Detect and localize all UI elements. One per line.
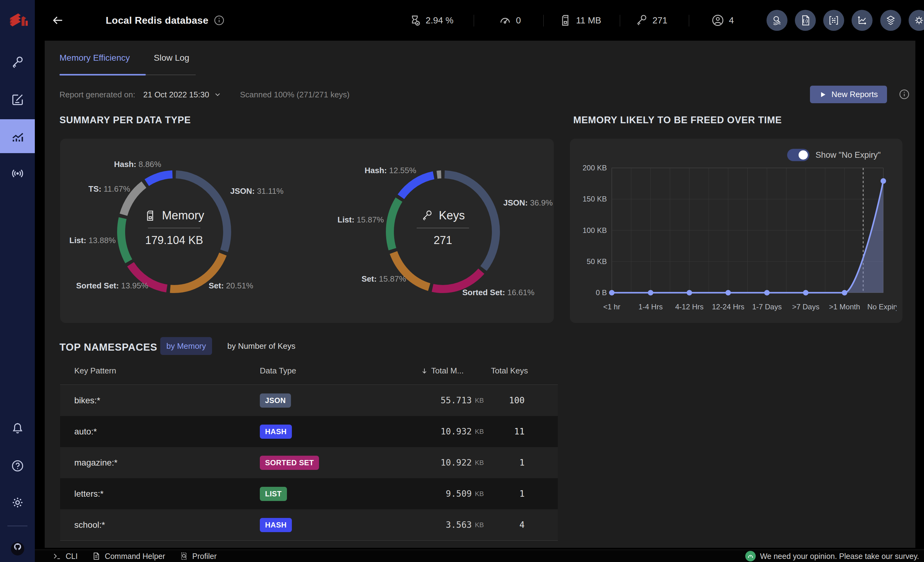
table-row[interactable]: magazine:* SORTED SET 10.922KB 1 [60, 447, 558, 478]
memory-card-icon [144, 210, 156, 222]
sidebar-item-notifications[interactable] [0, 412, 35, 445]
svg-text:<1 hr: <1 hr [603, 303, 620, 311]
total-keys-value: 11 [514, 416, 525, 447]
keys-value: 271 [652, 15, 667, 25]
sidebar-item-workbench[interactable] [0, 83, 35, 116]
new-reports-button[interactable]: New Reports [810, 85, 887, 103]
sidebar-item-browser[interactable] [0, 46, 35, 79]
memory-unit: KB [475, 428, 484, 436]
module-gears-button[interactable] [909, 10, 924, 31]
analytics-chart-icon [10, 129, 25, 143]
column-total-memory[interactable]: Total M... [421, 366, 464, 376]
github-icon [9, 541, 26, 557]
tab-underline-active [60, 74, 146, 75]
column-key-pattern[interactable]: Key Pattern [74, 366, 116, 376]
redisinsight-logo[interactable] [8, 9, 28, 29]
key-pattern: magazine:* [74, 447, 117, 478]
svg-text:12-24 Hrs: 12-24 Hrs [712, 303, 744, 311]
summary-section-title: SUMMARY PER DATA TYPE [60, 115, 191, 126]
sidebar-item-help[interactable] [0, 450, 35, 482]
donut-label-set: Set15.87% [362, 274, 406, 284]
column-total-keys[interactable]: Total Keys [491, 366, 528, 376]
profiler-button[interactable]: Profiler [179, 552, 217, 561]
cpu-value: 2.94 % [426, 15, 453, 25]
back-button[interactable] [51, 13, 64, 27]
tab-memory-efficiency[interactable]: Memory Efficiency [60, 53, 130, 63]
redis-logo-icon [8, 9, 28, 29]
svg-text:150 KB: 150 KB [582, 195, 607, 203]
cli-button[interactable]: CLI [53, 552, 78, 561]
show-no-expiry-toggle[interactable] [787, 149, 809, 161]
divider [148, 228, 200, 228]
survey-link[interactable]: We need your opinion. Please take our su… [745, 551, 919, 561]
command-helper-button[interactable]: Command Helper [92, 552, 165, 561]
report-generated-label: Report generated on: [60, 90, 135, 99]
sort-desc-icon [421, 367, 428, 375]
filter-by-memory[interactable]: by Memory [160, 337, 212, 355]
keys-donut-title: Keys [439, 209, 465, 222]
report-row: Report generated on: 21 Oct 2022 15:30 S… [60, 85, 350, 103]
metric-cpu: 2.94 % [408, 0, 453, 40]
donut-label-json: JSON31.11% [230, 186, 284, 196]
svg-text:>1 Month: >1 Month [829, 303, 860, 311]
scanned-status: Scanned 100% (271/271 keys) [240, 90, 350, 99]
keys-donut-center: Keys 271 [390, 209, 495, 247]
svg-text:1-7 Days: 1-7 Days [752, 303, 782, 311]
module-layers-button[interactable] [880, 10, 901, 31]
reports-info-button[interactable] [898, 88, 910, 101]
namespaces-table-header: Key Pattern Data Type Total M... Total K… [60, 366, 558, 381]
metric-divider [620, 15, 620, 27]
svg-text:1-4 Hrs: 1-4 Hrs [639, 303, 663, 311]
key-icon [635, 14, 648, 27]
svg-text:0 B: 0 B [596, 288, 607, 297]
donut-label-list: List15.87% [338, 215, 384, 225]
memory-value: 11 MB [576, 15, 601, 25]
key-pattern: school:* [74, 509, 105, 540]
total-memory-value: 10.932 [440, 426, 471, 437]
total-keys-value: 100 [509, 385, 525, 416]
memory-card-icon [559, 14, 572, 27]
filter-by-number-of-keys[interactable]: by Number of Keys [224, 337, 298, 355]
toggle-knob [798, 150, 808, 160]
key-pattern: bikes:* [74, 385, 100, 416]
metric-keys: 271 [635, 0, 667, 40]
total-keys-value: 4 [519, 509, 525, 540]
user-icon [711, 13, 724, 27]
memory-freed-line-chart: 0 B50 KB100 KB150 KB200 KB<1 hr1-4 Hrs4-… [570, 165, 897, 321]
total-memory-value: 9.509 [446, 489, 471, 499]
table-row[interactable]: school:* HASH 3.563KB 4 [60, 509, 558, 540]
module-timeseries-button[interactable] [852, 10, 873, 31]
total-keys-value: 1 [519, 478, 525, 509]
sidebar-divider [8, 526, 27, 526]
total-memory-value: 3.563 [446, 520, 471, 530]
tab-slow-log[interactable]: Slow Log [154, 53, 189, 63]
module-json-button[interactable] [795, 10, 816, 31]
memory-donut-value: 179.104 KB [122, 234, 226, 247]
arrow-left-icon [51, 13, 64, 27]
data-type-badge: LIST [260, 487, 287, 501]
table-row[interactable]: letters:* LIST 9.509KB 1 [60, 478, 558, 509]
report-date-dropdown[interactable]: 21 Oct 2022 15:30 [143, 90, 222, 99]
svg-text:No Expiry: No Expiry [867, 303, 897, 311]
donut-label-json: JSON36.9% [503, 198, 553, 208]
memory-unit: KB [475, 521, 484, 529]
sidebar-item-pubsub[interactable] [0, 157, 35, 190]
sidebar-item-analytics[interactable] [0, 119, 35, 153]
sidebar-item-github[interactable] [0, 532, 35, 562]
broadcast-icon [10, 166, 25, 181]
memory-donut-center: Memory 179.104 KB [122, 209, 226, 247]
table-row[interactable]: auto:* HASH 10.932KB 11 [60, 416, 558, 447]
module-matrix-button[interactable] [823, 10, 844, 31]
sidebar-item-settings[interactable] [0, 486, 35, 519]
column-data-type[interactable]: Data Type [260, 366, 296, 376]
module-search-button[interactable] [766, 10, 788, 31]
memory-freed-section-title: MEMORY LIKELY TO BE FREED OVER TIME [573, 115, 782, 126]
db-info-button[interactable] [213, 15, 225, 27]
key-icon [10, 55, 25, 70]
top-nav: Local Redis database 2.94 % 0 11 MB [35, 0, 924, 40]
profiler-icon [179, 552, 188, 561]
table-row[interactable]: bikes:* JSON 55.713KB 100 [60, 385, 558, 416]
metric-divider [474, 15, 474, 27]
command-helper-label: Command Helper [105, 552, 165, 561]
svg-text:50 KB: 50 KB [587, 257, 607, 265]
